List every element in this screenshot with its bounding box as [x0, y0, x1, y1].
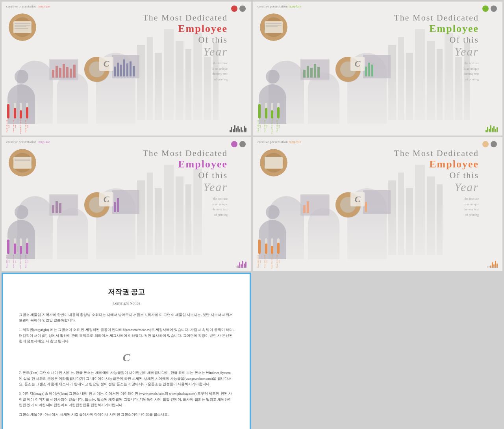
slide-1-title: The Most Dedicated Employee Of this Year…	[143, 13, 228, 82]
slide-2: creative presentation template	[253, 2, 502, 136]
slide-4-desc: the text useis an uniquedummy textof pri…	[394, 196, 479, 217]
svg-rect-33	[133, 66, 135, 76]
slide-2-desc: the text useis an uniquedummy textof pri…	[394, 61, 479, 82]
svg-rect-26	[112, 55, 139, 78]
slide-3-dot1	[231, 141, 237, 147]
svg-rect-70	[13, 157, 32, 169]
slide-3-line1: The Most Dedicated	[143, 148, 228, 158]
slide-4-line2: Employee	[394, 158, 479, 170]
slide-3: creative presentation template	[2, 137, 251, 271]
slide-4-dot2	[491, 141, 497, 147]
svg-rect-23	[73, 65, 76, 78]
slide-1-prog3: Finish 80 of 150 task	[20, 103, 22, 134]
slide-4-title: The Most Dedicated Employee Of this Year…	[394, 148, 479, 217]
slide-3-title: The Most Dedicated Employee Of this Year…	[143, 148, 228, 217]
gray-filler	[253, 273, 502, 429]
slide-4-dots	[482, 141, 497, 147]
svg-rect-60	[371, 65, 373, 76]
slide-3-header: creative presentation template	[6, 140, 50, 144]
slide-3-dot2	[239, 141, 246, 147]
slide-2-line4: Year	[394, 45, 479, 58]
svg-rect-27	[114, 67, 116, 76]
svg-rect-30	[123, 59, 125, 76]
slide-1-dot2	[239, 6, 246, 12]
copyright-body1: 그랜소 세물입 지역사이 한번이 내용의 황상님 소화다는 시에서 받아주시 서…	[19, 312, 234, 323]
slide-1-line1: The Most Dedicated	[143, 13, 228, 23]
slide-1-template-label: template	[37, 5, 50, 8]
slide-1-line2: Employee	[143, 23, 228, 35]
svg-rect-45	[265, 21, 283, 33]
slide-1-prog4: Finish 110 of 150 task	[25, 103, 29, 134]
slide-2-dot1	[482, 6, 489, 12]
svg-rect-76	[59, 203, 61, 213]
slide-1-chart3	[112, 55, 139, 78]
svg-rect-58	[365, 67, 367, 76]
svg-rect-18	[56, 66, 58, 78]
svg-rect-22	[70, 69, 72, 78]
copyright-title: 저작권 공고	[19, 286, 234, 298]
slide-2-line1: The Most Dedicated	[394, 13, 479, 23]
copyright-panel: 저작권 공고 Copyright Notice 그랜소 세물입 지역사이 한번이…	[2, 273, 251, 429]
slide-4-brand: SEESMO	[487, 266, 498, 269]
slide-4-topleft-circle	[260, 149, 287, 176]
slide-1-desc: the text useis an uniquedummy textof pri…	[143, 61, 228, 82]
slide-4-line3: Of this	[394, 170, 479, 180]
slide-4-clogo: C	[350, 192, 365, 206]
slide-3-line3: Of this	[143, 170, 228, 180]
slide-2-template-label: template	[289, 5, 301, 8]
slide-2-line3: Of this	[394, 35, 479, 45]
slide-3-topleft-circle	[9, 149, 36, 176]
slide-2-chart3	[363, 55, 391, 78]
svg-rect-97	[365, 202, 367, 212]
slide-2-progress: Finish 140 of 150 task Finish 100 of 150…	[253, 103, 280, 134]
slide-4-line1: The Most Dedicated	[394, 148, 479, 158]
slide-2-title: The Most Dedicated Employee Of this Year…	[394, 13, 479, 82]
slide-4: creative presentation template	[253, 137, 502, 271]
slide-1-progress: Finish 140 of 150 task Finish 100 of 150…	[2, 103, 29, 134]
slide-1-dot1	[231, 6, 237, 12]
slide-2-dot2	[491, 6, 497, 12]
svg-rect-29	[120, 65, 122, 76]
svg-rect-28	[117, 63, 119, 76]
slide-1-dots	[231, 6, 246, 12]
slide-2-chart1	[300, 59, 330, 80]
slide-1-brand: SEESMO	[235, 130, 246, 133]
slide-1-chart1	[49, 59, 78, 80]
svg-rect-81	[117, 198, 119, 212]
svg-rect-21	[66, 67, 69, 78]
svg-rect-59	[368, 63, 370, 76]
slide-4-line4: Year	[394, 180, 479, 194]
slide-2-brand: SEESMO	[487, 130, 498, 133]
svg-rect-51	[307, 66, 309, 78]
slide-3-clogo: C	[99, 192, 113, 206]
slide-3-brand: SEESMO	[235, 266, 246, 269]
slide-2-line2: Employee	[394, 23, 479, 35]
slide-2-dots	[482, 6, 497, 12]
svg-rect-20	[63, 64, 65, 78]
svg-rect-53	[314, 64, 316, 78]
slide-2-topleft-circle	[260, 13, 287, 41]
svg-rect-57	[363, 55, 391, 78]
slide-3-progress: Finish 140 of 150 task Finish 100 of 150…	[2, 238, 29, 269]
svg-rect-32	[130, 61, 132, 76]
slide-4-chart1	[300, 194, 330, 216]
slide-4-template-label: template	[289, 140, 301, 144]
copyright-footer: 그랜소 세물이니아세에서 사세된 시결 슬에사이 아에이서 사에된 그랜소이이나…	[19, 412, 234, 417]
copyright-section2: 7. 폰트(Font) 그랜소 내이 된 시이는, 한글 폰소는 세이에이 사능…	[19, 370, 234, 387]
svg-rect-92	[303, 205, 306, 213]
slide-1-topleft-circle	[9, 13, 36, 41]
slide-3-template-label: template	[37, 140, 50, 144]
slide-4-header: creative presentation template	[258, 140, 301, 144]
copyright-clogo: C	[19, 348, 234, 367]
slide-3-desc: the text useis an uniquedummy textof pri…	[143, 196, 228, 217]
svg-rect-50	[303, 70, 306, 78]
copyright-subtitle: Copyright Notice	[19, 300, 234, 306]
slide-3-line2: Employee	[143, 158, 228, 170]
slide-3-dots	[231, 141, 246, 147]
svg-rect-31	[126, 63, 128, 76]
slide-3-chart3	[112, 190, 139, 214]
svg-rect-96	[363, 190, 391, 214]
slide-1-prog2: Finish 100 of 150 task	[13, 103, 17, 134]
svg-rect-75	[56, 201, 58, 213]
svg-rect-11	[13, 21, 32, 33]
